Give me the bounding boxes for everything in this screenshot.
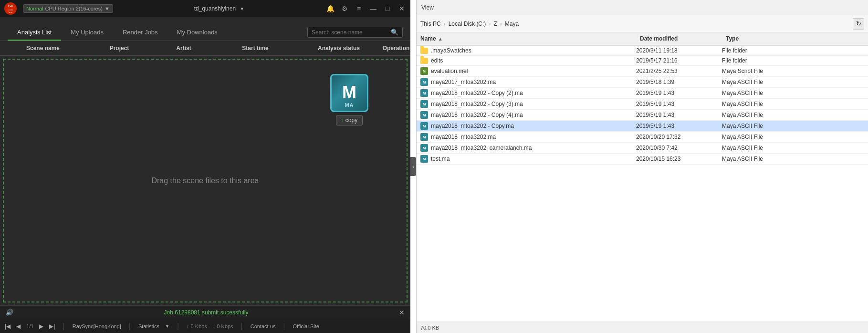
file-row[interactable]: M maya2018_mtoa3202.ma 2020/10/20 17:32 … <box>417 132 868 143</box>
col-type-header[interactable]: Type <box>722 34 868 43</box>
file-row[interactable]: M evaluation.mel 2021/2/25 22:53 Maya Sc… <box>417 66 868 77</box>
search-input[interactable] <box>312 29 391 36</box>
folder-icon <box>420 48 428 54</box>
col-header-project: Project <box>86 44 153 52</box>
panel-collapse-button[interactable]: ‹ <box>410 157 416 176</box>
file-date: 2021/2/25 22:53 <box>636 68 722 74</box>
file-type: File folder <box>722 47 868 54</box>
maya-file-icon: M <box>420 155 428 163</box>
maya-file-icon: M <box>420 133 428 141</box>
file-name: maya2017_mtoa3202.ma <box>431 79 496 85</box>
file-date: 2020/10/30 7:42 <box>636 145 722 151</box>
explorer-status-bar: 70.0 KB <box>417 322 868 333</box>
breadcrumb-maya[interactable]: Maya <box>505 21 519 27</box>
download-speed: ↓ 0 Kbps <box>213 323 233 329</box>
tab-analysis-list[interactable]: Analysis List <box>8 25 61 41</box>
close-status-button[interactable]: ✕ <box>399 309 405 316</box>
file-row[interactable]: M maya2018_mtoa3202 - Copy.ma 2019/5/19 … <box>417 121 868 132</box>
breadcrumb-z[interactable]: Z <box>493 21 497 27</box>
file-type: File folder <box>722 57 868 64</box>
file-name-cell: M maya2018_mtoa3202_cameralanch.ma <box>417 144 636 152</box>
explorer-view-button[interactable]: View <box>421 4 434 11</box>
file-name-cell: M maya2018_mtoa3202 - Copy (2).ma <box>417 89 636 97</box>
file-name: evaluation.mel <box>431 68 468 74</box>
tab-bar: Analysis List My Uploads Render Jobs My … <box>0 17 410 41</box>
file-row[interactable]: M maya2017_mtoa3202.ma 2019/5/18 1:39 Ma… <box>417 77 868 88</box>
next-page-button[interactable]: ▶ <box>39 323 43 330</box>
restore-button[interactable]: □ <box>383 5 392 12</box>
file-date: 2019/5/19 1:43 <box>636 101 722 107</box>
explorer-refresh-button[interactable]: ↻ <box>853 18 864 30</box>
file-type: Maya ASCII File <box>722 134 868 140</box>
file-name: maya2018_mtoa3202 - Copy (2).ma <box>431 90 523 96</box>
file-row[interactable]: M maya2018_mtoa3202 - Copy (4).ma 2019/5… <box>417 110 868 121</box>
breadcrumb-sep-3: › <box>500 21 502 27</box>
file-name-cell: .mayaSwatches <box>417 47 636 54</box>
settings-icon[interactable]: ⚙ <box>340 5 349 12</box>
file-name-cell: M test.ma <box>417 155 636 163</box>
page-info: 1/1 <box>26 323 33 329</box>
col-name-header[interactable]: Name ▲ <box>417 34 636 43</box>
file-row[interactable]: .mayaSwatches 2020/3/11 19:18 File folde… <box>417 46 868 56</box>
maya-label: MA <box>345 102 354 108</box>
breadcrumb-sep-1: › <box>444 21 446 27</box>
user-name: td_quanshiyinen <box>194 5 236 12</box>
maya-icon-area: M MA +copy <box>330 74 368 125</box>
file-list: .mayaSwatches 2020/3/11 19:18 File folde… <box>417 46 868 322</box>
notification-icon[interactable]: 🔔 <box>325 5 335 12</box>
volume-icon: 🔊 <box>6 309 13 316</box>
file-name: edits <box>431 57 443 64</box>
search-box[interactable]: 🔍 <box>307 27 403 38</box>
maya-file-icon: M <box>420 122 428 130</box>
file-row[interactable]: M maya2018_mtoa3202_cameralanch.ma 2020/… <box>417 143 868 154</box>
prev-page-button[interactable]: ◀ <box>16 323 21 330</box>
upload-speed: ↑ 0 Kbps <box>187 323 207 329</box>
explorer-panel: View This PC › Local Disk (C:) › Z › May… <box>416 0 868 333</box>
first-page-button[interactable]: |◀ <box>5 323 10 330</box>
file-type: Maya ASCII File <box>722 112 868 118</box>
drop-zone[interactable]: M MA +copy Drag the scene files to this … <box>3 59 408 302</box>
region-status: Normal <box>26 6 43 11</box>
last-page-button[interactable]: ▶| <box>49 323 55 330</box>
minimize-button[interactable]: — <box>368 5 378 12</box>
file-row[interactable]: M maya2018_mtoa3202 - Copy (2).ma 2019/5… <box>417 88 868 99</box>
explorer-header: Name ▲ Date modified Type <box>417 32 868 46</box>
col-date-header[interactable]: Date modified <box>636 34 722 43</box>
title-center: td_quanshiyinen ▼ <box>113 5 325 12</box>
folder-icon <box>420 58 428 64</box>
title-controls: 🔔 ⚙ ≡ — □ ✕ <box>325 5 407 12</box>
file-name-cell: M evaluation.mel <box>417 67 636 75</box>
region-badge[interactable]: Normal CPU Region 2(16-cores) ▼ <box>23 4 113 13</box>
layers-icon[interactable]: ≡ <box>354 5 364 12</box>
file-name-cell: M maya2018_mtoa3202 - Copy (3).ma <box>417 100 636 108</box>
statistics-button[interactable]: Statistics <box>138 323 159 329</box>
title-bar: FOX render farm Normal CPU Region 2(16-c… <box>0 0 410 17</box>
official-site-link[interactable]: Official Site <box>293 323 319 329</box>
file-size-label: 70.0 KB <box>420 325 439 331</box>
maya-file-icon: M <box>420 100 428 108</box>
breadcrumb-this-pc[interactable]: This PC <box>420 21 441 27</box>
tab-my-uploads[interactable]: My Uploads <box>61 25 113 41</box>
contact-us-link[interactable]: Contact us <box>251 323 276 329</box>
table-header: Scene name Project Artist Start time Ana… <box>0 41 410 56</box>
file-type: Maya ASCII File <box>722 101 868 107</box>
close-button[interactable]: ✕ <box>397 5 407 12</box>
file-type: Maya ASCII File <box>722 79 868 85</box>
tab-my-downloads[interactable]: My Downloads <box>167 25 227 41</box>
file-name-cell: M maya2018_mtoa3202.ma <box>417 133 636 141</box>
raysync-label: RaySync[HongKong] <box>73 323 121 329</box>
file-row[interactable]: edits 2019/5/17 21:16 File folder <box>417 56 868 66</box>
tab-render-jobs[interactable]: Render Jobs <box>113 25 167 41</box>
file-name: maya2018_mtoa3202 - Copy (3).ma <box>431 101 523 107</box>
maya-icon: M MA <box>330 74 368 112</box>
col-header-scene: Scene name <box>0 44 86 52</box>
file-row[interactable]: M maya2018_mtoa3202 - Copy (3).ma 2019/5… <box>417 99 868 110</box>
file-name: test.ma <box>431 156 450 162</box>
file-name-cell: M maya2018_mtoa3202 - Copy.ma <box>417 122 636 130</box>
breadcrumb-local-disk[interactable]: Local Disk (C:) <box>449 21 486 27</box>
region-name: CPU Region 2(16-cores) <box>45 6 102 11</box>
copy-badge: +copy <box>336 115 363 125</box>
file-date: 2019/5/18 1:39 <box>636 79 722 85</box>
file-type: Maya Script File <box>722 68 868 74</box>
file-row[interactable]: M test.ma 2020/10/15 16:23 Maya ASCII Fi… <box>417 154 868 165</box>
